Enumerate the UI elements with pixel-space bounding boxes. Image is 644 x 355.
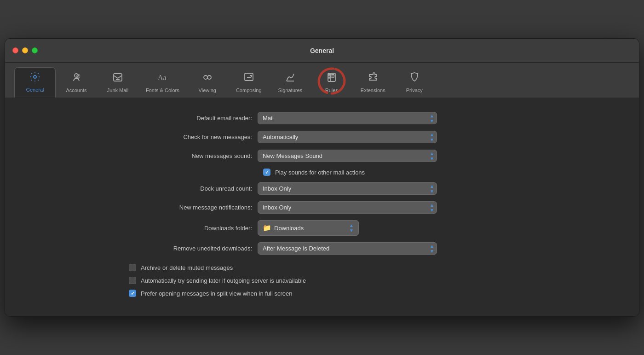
privacy-icon <box>409 72 420 86</box>
svg-point-13 <box>328 74 329 75</box>
remove-unedited-downloads-row: Remove unedited downloads: After Message… <box>124 242 520 255</box>
tab-extensions[interactable]: Extensions <box>352 68 394 98</box>
dock-unread-count-control: Inbox Only ▲▼ <box>258 182 520 195</box>
titlebar: General <box>5 39 639 63</box>
check-new-messages-wrapper: Automatically ▲▼ <box>258 131 437 143</box>
default-email-reader-label: Default email reader: <box>124 115 258 122</box>
window-title: General <box>310 47 334 54</box>
svg-rect-16 <box>331 77 334 78</box>
close-button[interactable] <box>12 47 18 53</box>
svg-point-6 <box>204 76 207 79</box>
check-new-messages-control: Automatically ▲▼ <box>258 131 520 143</box>
tab-fonts-colors-label: Fonts & Colors <box>146 87 179 93</box>
play-sounds-checkbox[interactable] <box>263 169 270 176</box>
downloads-folder-label: Downloads folder: <box>124 225 258 232</box>
new-messages-sound-row: New messages sound: New Messages Sound ▲… <box>124 150 520 162</box>
new-messages-sound-wrapper: New Messages Sound ▲▼ <box>258 150 437 162</box>
auto-send-later-checkbox[interactable] <box>129 277 136 284</box>
downloads-folder-select-wrapper[interactable]: 📁 Downloads ▲▼ <box>258 220 359 236</box>
tab-privacy[interactable]: Privacy <box>394 68 435 98</box>
new-message-notifications-wrapper: Inbox Only ▲▼ <box>258 201 437 214</box>
default-email-reader-select[interactable]: Mail <box>258 112 437 124</box>
new-messages-sound-control: New Messages Sound ▲▼ <box>258 150 520 162</box>
dock-unread-count-row: Dock unread count: Inbox Only ▲▼ <box>124 182 520 195</box>
play-sounds-label: Play sounds for other mail actions <box>275 169 365 176</box>
tab-general[interactable]: General <box>14 67 56 98</box>
tab-junk-mail[interactable]: Junk Mail <box>97 68 138 98</box>
svg-rect-14 <box>331 74 334 75</box>
archive-delete-muted-label: Archive or delete muted messages <box>141 264 233 271</box>
minimize-button[interactable] <box>22 47 28 53</box>
new-messages-sound-label: New messages sound: <box>124 152 258 159</box>
viewing-icon <box>202 72 213 86</box>
accounts-icon: @ <box>71 72 82 86</box>
bottom-checkboxes: Archive or delete muted messages Automat… <box>124 264 520 297</box>
svg-point-0 <box>34 76 36 78</box>
check-new-messages-row: Check for new messages: Automatically ▲▼ <box>124 131 520 143</box>
signatures-icon <box>285 72 296 86</box>
svg-point-7 <box>207 76 211 79</box>
tab-general-label: General <box>26 87 44 93</box>
check-new-messages-select[interactable]: Automatically <box>258 131 437 143</box>
svg-text:@: @ <box>76 74 80 79</box>
play-sounds-row: Play sounds for other mail actions <box>263 169 520 176</box>
downloads-folder-value: Downloads <box>274 225 345 232</box>
tab-viewing[interactable]: Viewing <box>187 68 228 98</box>
tab-privacy-label: Privacy <box>406 87 423 93</box>
tab-junk-mail-label: Junk Mail <box>107 87 128 93</box>
extensions-icon <box>368 72 379 86</box>
downloads-folder-control: 📁 Downloads ▲▼ <box>258 220 520 236</box>
fonts-colors-icon: Aa <box>157 72 168 86</box>
prefer-split-view-checkbox[interactable] <box>129 290 136 297</box>
tab-signatures[interactable]: Signatures <box>270 68 311 98</box>
prefer-split-view-label: Prefer opening messages in split view wh… <box>141 290 293 297</box>
auto-send-later-row: Automatically try sending later if outgo… <box>124 277 520 284</box>
tab-extensions-label: Extensions <box>361 87 385 93</box>
composing-icon <box>243 72 254 86</box>
junk-mail-icon <box>112 72 123 86</box>
general-icon <box>29 71 40 85</box>
new-message-notifications-control: Inbox Only ▲▼ <box>258 201 520 214</box>
prefer-split-view-row: Prefer opening messages in split view wh… <box>124 290 520 297</box>
default-email-reader-wrapper: Mail ▲▼ <box>258 112 437 124</box>
archive-delete-muted-checkbox[interactable] <box>129 264 136 271</box>
dock-unread-count-select[interactable]: Inbox Only <box>258 182 437 195</box>
remove-unedited-downloads-wrapper: After Message is Deleted ▲▼ <box>258 242 437 255</box>
archive-delete-muted-row: Archive or delete muted messages <box>124 264 520 271</box>
downloads-folder-row: Downloads folder: 📁 Downloads ▲▼ <box>124 220 520 236</box>
svg-point-15 <box>328 77 329 78</box>
check-new-messages-label: Check for new messages: <box>124 134 258 140</box>
app-window: General General @ Accounts <box>5 38 639 317</box>
settings-form: Default email reader: Mail ▲▼ Check for … <box>124 112 520 297</box>
auto-send-later-label: Automatically try sending later if outgo… <box>141 277 306 284</box>
downloads-arrow-icon: ▲▼ <box>349 223 354 233</box>
remove-unedited-downloads-control: After Message is Deleted ▲▼ <box>258 242 520 255</box>
traffic-lights <box>12 47 38 53</box>
tab-accounts[interactable]: @ Accounts <box>56 68 97 98</box>
default-email-reader-row: Default email reader: Mail ▲▼ <box>124 112 520 124</box>
new-message-notifications-row: New message notifications: Inbox Only ▲▼ <box>124 201 520 214</box>
dock-unread-count-wrapper: Inbox Only ▲▼ <box>258 182 437 195</box>
tab-composing[interactable]: Composing <box>228 68 270 98</box>
downloads-folder-icon: 📁 <box>263 224 271 232</box>
tab-rules-label: Rules <box>325 87 338 93</box>
default-email-reader-control: Mail ▲▼ <box>258 112 520 124</box>
tab-fonts-colors[interactable]: Aa Fonts & Colors <box>138 68 187 98</box>
tab-accounts-label: Accounts <box>66 87 86 93</box>
new-message-notifications-select[interactable]: Inbox Only <box>258 201 437 214</box>
tab-rules[interactable]: Rules <box>311 68 352 98</box>
dock-unread-count-label: Dock unread count: <box>124 185 258 192</box>
maximize-button[interactable] <box>32 47 38 53</box>
tab-composing-label: Composing <box>236 87 262 93</box>
rules-icon <box>326 72 337 86</box>
new-messages-sound-select[interactable]: New Messages Sound <box>258 150 437 162</box>
settings-content: Default email reader: Mail ▲▼ Check for … <box>5 98 639 316</box>
remove-unedited-downloads-label: Remove unedited downloads: <box>124 245 258 252</box>
svg-text:Aa: Aa <box>158 74 167 81</box>
tab-signatures-label: Signatures <box>278 87 302 93</box>
remove-unedited-downloads-select[interactable]: After Message is Deleted <box>258 242 437 255</box>
new-message-notifications-label: New message notifications: <box>124 204 258 211</box>
tab-viewing-label: Viewing <box>199 87 216 93</box>
toolbar: General @ Accounts Junk Mail <box>5 63 639 98</box>
